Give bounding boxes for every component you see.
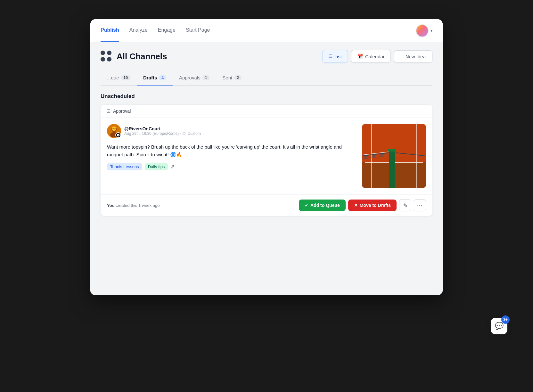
chat-bubble-float: 💬 3+	[491, 318, 507, 334]
tab-engage[interactable]: Engage	[158, 20, 176, 42]
queue-tab-label: ...eue	[107, 75, 119, 80]
platform-badge	[115, 132, 121, 138]
drafts-badge: 4	[159, 75, 166, 80]
svg-rect-13	[388, 149, 396, 151]
avatar-image	[416, 25, 428, 37]
created-by: You	[107, 203, 115, 208]
inbox-icon: ⊡	[106, 108, 111, 114]
card-body: @RiversOnCourt Aug 29th, 19:30 (Europe/R…	[101, 118, 432, 194]
approval-bar: ⊡ Approval	[101, 105, 432, 118]
tab-queue[interactable]: ...eue 10	[101, 70, 137, 86]
app-window: Publish Analyze Engage Start Page ▾ All …	[90, 19, 443, 295]
new-idea-button[interactable]: + New Idea	[394, 50, 432, 63]
post-text: Want more topspin? Brush up the back of …	[107, 143, 356, 159]
drafts-tab-label: Drafts	[143, 75, 157, 80]
queue-badge: 10	[121, 75, 130, 80]
plus-icon: +	[401, 54, 404, 59]
author-meta: Aug 29th, 19:30 (Europe/Rome) · ⏱ Custom	[124, 131, 201, 136]
user-avatar-wrapper[interactable]: ▾	[416, 24, 432, 37]
icon-dot-1	[101, 51, 105, 55]
checkmark-icon: ✓	[305, 203, 308, 208]
card-footer: You created this 1 week ago ✓ Add to Que…	[101, 194, 432, 216]
main-content: All Channels ☰ List 📅 Calendar + New Ide…	[90, 42, 443, 295]
created-text: You created this 1 week ago	[107, 203, 160, 208]
tag-tennis-lessons[interactable]: Tennis Lessons	[107, 163, 142, 170]
author-info: @RiversOnCourt Aug 29th, 19:30 (Europe/R…	[124, 126, 201, 136]
chat-icon: 💬	[495, 322, 504, 330]
sent-badge: 2	[234, 75, 242, 80]
approvals-badge: 1	[202, 75, 210, 80]
share-icon[interactable]: ↗	[170, 164, 175, 170]
post-author: @RiversOnCourt Aug 29th, 19:30 (Europe/R…	[107, 124, 356, 138]
add-to-queue-button[interactable]: ✓ Add to Queue	[299, 200, 346, 211]
icon-dot-3	[101, 57, 105, 61]
icon-dot-4	[107, 57, 111, 61]
chat-bubble-badge: 3+	[501, 315, 510, 324]
author-date: Aug 29th, 19:30 (Europe/Rome)	[124, 131, 179, 136]
tab-drafts[interactable]: Drafts 4	[137, 70, 173, 86]
approval-label: Approval	[113, 109, 131, 114]
list-icon: ☰	[328, 53, 332, 59]
nav-tabs: Publish Analyze Engage Start Page	[101, 20, 416, 42]
chat-bubble-button[interactable]: 💬 3+	[491, 318, 507, 334]
post-image	[362, 124, 426, 188]
edit-button[interactable]: ✎	[399, 199, 411, 211]
move-to-drafts-label: Move to Drafts	[360, 203, 391, 208]
tab-analyze[interactable]: Analyze	[129, 20, 148, 42]
more-options-button[interactable]: ···	[414, 199, 426, 211]
avatar[interactable]	[416, 24, 429, 37]
author-handle: @RiversOnCourt	[124, 126, 201, 131]
all-channels-icon	[101, 51, 112, 62]
list-view-button[interactable]: ☰ List	[322, 50, 348, 63]
tab-publish[interactable]: Publish	[101, 20, 119, 42]
section-title: Unscheduled	[101, 93, 432, 100]
header-actions: ☰ List 📅 Calendar + New Idea	[322, 50, 432, 63]
tab-sent[interactable]: Sent 2	[216, 70, 248, 86]
card-actions: ✓ Add to Queue ✕ Move to Drafts ✎ ···	[299, 199, 426, 211]
svg-point-4	[113, 128, 114, 129]
tab-start-page[interactable]: Start Page	[186, 20, 210, 42]
top-nav: Publish Analyze Engage Start Page ▾	[90, 19, 443, 42]
add-to-queue-label: Add to Queue	[310, 203, 340, 208]
author-avatar-wrapper	[107, 124, 121, 138]
post-tags: Tennis Lessons Daily tips ↗	[107, 163, 356, 170]
move-to-drafts-button[interactable]: ✕ Move to Drafts	[348, 200, 397, 211]
meta-separator: ·	[180, 131, 181, 136]
svg-point-5	[115, 128, 116, 129]
x-icon: ✕	[354, 203, 358, 208]
page-title: All Channels	[117, 52, 322, 61]
svg-point-3	[112, 127, 116, 131]
approvals-tab-label: Approvals	[179, 75, 201, 80]
card-left: @RiversOnCourt Aug 29th, 19:30 (Europe/R…	[107, 124, 356, 188]
tag-daily-tips[interactable]: Daily tips	[145, 163, 168, 170]
clock-icon: ⏱	[182, 131, 186, 136]
calendar-label: Calendar	[365, 54, 385, 59]
list-label: List	[334, 54, 342, 59]
svg-rect-12	[389, 150, 395, 188]
new-idea-label: New Idea	[406, 54, 426, 59]
schedule-type: Custom	[187, 131, 201, 136]
ellipsis-icon: ···	[417, 202, 423, 209]
calendar-view-button[interactable]: 📅 Calendar	[351, 50, 391, 63]
tab-approvals[interactable]: Approvals 1	[173, 70, 216, 86]
chevron-down-icon: ▾	[430, 29, 432, 33]
pencil-icon: ✎	[403, 202, 407, 208]
post-card: ⊡ Approval	[101, 105, 432, 216]
sent-tab-label: Sent	[222, 75, 232, 80]
calendar-icon: 📅	[357, 53, 363, 59]
page-header: All Channels ☰ List 📅 Calendar + New Ide…	[101, 50, 432, 63]
icon-dot-2	[107, 51, 111, 55]
content-tabs: ...eue 10 Drafts 4 Approvals 1 Sent 2	[101, 70, 432, 86]
